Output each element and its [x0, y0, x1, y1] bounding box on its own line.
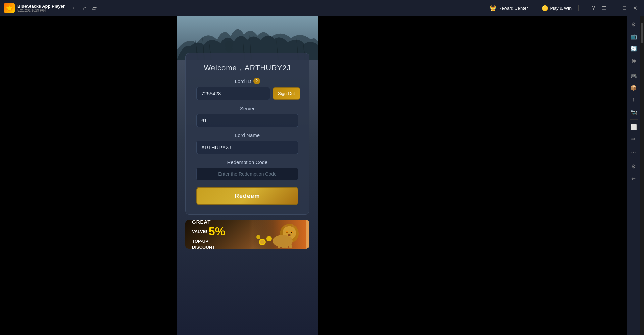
redemption-code-label: Redemption Code — [196, 159, 298, 165]
banner-value: VALVE! — [192, 229, 207, 234]
svg-point-26 — [256, 235, 260, 239]
toolbar-gamepad-btn[interactable]: 🎮 — [628, 70, 639, 81]
hamburger-button[interactable]: ☰ — [599, 4, 609, 13]
toolbar-divider1 — [630, 68, 638, 68]
svg-point-22 — [288, 234, 291, 236]
titlebar-divider2 — [578, 5, 579, 11]
banner-topup: TOP-UP DISCOUNT — [192, 238, 225, 249]
titlebar-nav: ← ⌂ ▱ — [71, 4, 97, 12]
home-icon[interactable]: ⌂ — [83, 5, 87, 12]
scrollbar[interactable] — [640, 16, 644, 335]
form-card: Welcome，ARTHURY2J Lord ID ? Sign Out Ser… — [185, 53, 309, 215]
toolbar-display-btn[interactable]: 📺 — [628, 31, 639, 42]
center-panel: Welcome，ARTHURY2J Lord ID ? Sign Out Ser… — [177, 16, 318, 335]
reward-center-button[interactable]: 👑 Reward Center — [490, 5, 528, 11]
svg-point-21 — [291, 232, 292, 233]
redemption-code-input[interactable] — [196, 168, 298, 180]
titlebar-left: BlueStacks App Player 5.21.201.1029 P64 — [4, 3, 65, 13]
titlebar-right: 👑 Reward Center 🟡 Play & Win ? ☰ − □ ✕ — [490, 4, 640, 13]
lord-name-input — [196, 141, 298, 154]
app-version: 5.21.201.1029 P64 — [17, 9, 65, 12]
welcome-title: Welcome，ARTHURY2J — [196, 63, 298, 73]
right-panel — [318, 16, 627, 335]
layers-icon[interactable]: ▱ — [92, 4, 97, 12]
toolbar-camera-btn[interactable]: ◉ — [628, 55, 639, 66]
lord-name-label: Lord Name — [196, 132, 298, 138]
main-content: Welcome，ARTHURY2J Lord ID ? Sign Out Ser… — [0, 16, 644, 335]
scrollbar-thumb[interactable] — [641, 23, 643, 43]
lord-id-row: Sign Out — [196, 87, 298, 100]
titlebar-actions: ? ☰ − □ ✕ — [589, 4, 640, 13]
banner-great: GREAT — [192, 220, 211, 225]
svg-point-24 — [260, 240, 265, 244]
app-title-block: BlueStacks App Player 5.21.201.1029 P64 — [17, 4, 65, 12]
banner-lion-decoration — [249, 220, 309, 249]
svg-point-20 — [287, 232, 288, 233]
toolbar-apk-btn[interactable]: 📦 — [628, 82, 639, 93]
banner-percent: 5% — [209, 225, 225, 238]
lord-id-label: Lord ID ? — [196, 78, 298, 84]
maximize-button[interactable]: □ — [620, 4, 629, 12]
help-button[interactable]: ? — [589, 4, 598, 12]
titlebar: BlueStacks App Player 5.21.201.1029 P64 … — [0, 0, 644, 16]
app-title: BlueStacks App Player — [17, 4, 65, 9]
reward-center-label: Reward Center — [498, 6, 528, 11]
toolbar-more-btn[interactable]: … — [628, 146, 639, 157]
svg-rect-15 — [282, 244, 285, 248]
toolbar-resize-btn[interactable]: ↕ — [628, 94, 639, 105]
side-toolbar: ⚙ 📺 🔄 ◉ 🎮 📦 ↕ 📷 ⬜ ✏ … ⚙ ↩ — [627, 16, 640, 335]
play-win-button[interactable]: 🟡 Play & Win — [542, 5, 572, 11]
lord-id-input[interactable] — [196, 87, 270, 100]
lord-id-help-icon[interactable]: ? — [253, 78, 260, 84]
toolbar-divider2 — [630, 119, 638, 120]
app-logo — [4, 3, 15, 13]
minimize-button[interactable]: − — [610, 4, 619, 12]
redeem-button[interactable]: Redeem — [196, 187, 298, 205]
promotional-banner[interactable]: GREAT VALVE! 5% TOP-UP DISCOUNT — [185, 220, 309, 249]
toolbar-back-btn[interactable]: ↩ — [628, 173, 639, 184]
server-label: Server — [196, 106, 298, 111]
toolbar-divider3 — [630, 159, 638, 159]
coin-icon: 🟡 — [542, 5, 548, 11]
server-input — [196, 114, 298, 127]
banner-text: GREAT VALVE! 5% TOP-UP DISCOUNT — [192, 220, 225, 249]
play-win-label: Play & Win — [550, 6, 572, 11]
titlebar-divider — [535, 5, 535, 11]
close-button[interactable]: ✕ — [630, 4, 640, 13]
svg-point-25 — [266, 236, 272, 241]
svg-rect-16 — [285, 244, 288, 248]
sign-out-button[interactable]: Sign Out — [273, 87, 300, 100]
back-icon[interactable]: ← — [71, 5, 78, 12]
svg-rect-14 — [278, 244, 280, 248]
toolbar-edit-btn[interactable]: ✏ — [628, 134, 639, 144]
toolbar-screenshot-btn[interactable]: 📷 — [628, 107, 639, 117]
svg-rect-17 — [289, 244, 292, 248]
toolbar-config-btn[interactable]: ⚙ — [628, 161, 639, 172]
toolbar-rotation-btn[interactable]: 🔄 — [628, 43, 639, 54]
left-panel — [0, 16, 177, 335]
crown-icon: 👑 — [490, 5, 496, 11]
toolbar-window-btn[interactable]: ⬜ — [628, 122, 639, 132]
toolbar-settings-btn[interactable]: ⚙ — [628, 19, 639, 30]
